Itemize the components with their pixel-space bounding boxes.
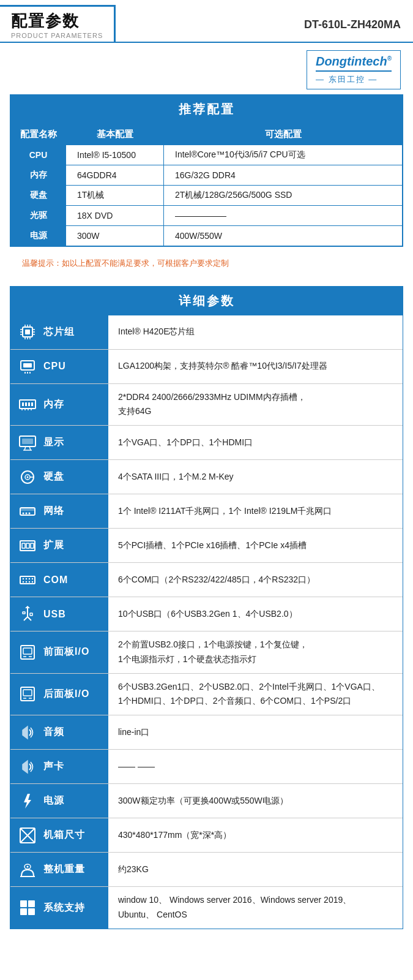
detail-row: 整机重量 约23KG [10, 853, 403, 887]
svg-point-74 [27, 865, 29, 867]
detail-label: COM [10, 563, 108, 597]
logo-name: Dongtintech® [316, 55, 392, 69]
svg-rect-21 [25, 402, 27, 406]
detail-icon-audio [17, 722, 39, 744]
rec-col-basic: 基本配置 [66, 124, 164, 145]
detail-content: 6个USB3.2Gen1口、2个USB2.0口、2个Intel千兆网口、1个VG… [108, 674, 403, 715]
detail-label: 电源 [10, 784, 108, 818]
detail-row: 显示 1个VGA口、1个DP口、1个HDMI口 [10, 426, 403, 460]
svg-rect-77 [20, 908, 27, 915]
detail-label-text: 硬盘 [43, 470, 64, 483]
detail-content: 1个VGA口、1个DP口、1个HDMI口 [108, 426, 403, 459]
detail-icon-power [17, 790, 39, 812]
rec-table-row: CPU Intel® I5-10500 Intel®Core™10代i3/i5/… [11, 145, 403, 165]
detail-icon-display [17, 432, 39, 454]
detail-label-text: 显示 [43, 436, 64, 449]
detail-content: 4个SATA III口，1个M.2 M-Key [108, 460, 403, 494]
rec-col-optional: 可选配置 [164, 124, 403, 145]
detail-row: 音频 line-in口 [10, 715, 403, 750]
rec-row-optional: —————— [164, 205, 403, 225]
header-title-zh: 配置参数 [11, 10, 103, 32]
detail-label: 网络 [10, 494, 108, 528]
rec-row-optional: 400W/550W [164, 225, 403, 246]
svg-rect-15 [23, 363, 32, 368]
svg-point-54 [32, 581, 33, 582]
detail-label: 后面板I/O [10, 674, 108, 715]
detail-label-text: CPU [43, 361, 66, 372]
svg-point-51 [23, 581, 24, 582]
detail-label: USB [10, 597, 108, 631]
rec-row-name: CPU [11, 145, 66, 165]
detail-icon-mem [17, 393, 39, 415]
detail-outer: 详细参数 芯片组 Intel® H420E芯片组 [10, 286, 403, 929]
rec-row-name: 光驱 [11, 205, 66, 225]
detail-label-text: 整机重量 [43, 863, 85, 876]
svg-rect-59 [23, 648, 32, 654]
logo-area: Dongtintech® — 东田工控 — [0, 43, 413, 94]
detail-content: 10个USB口（6个USB3.2Gen 1、4个USB2.0） [108, 597, 403, 631]
detail-row: 后面板I/O 6个USB3.2Gen1口、2个USB2.0口、2个Intel千兆… [10, 674, 403, 716]
svg-marker-67 [23, 761, 28, 773]
svg-rect-63 [23, 690, 32, 696]
detail-row: CPU LGA1200构架，支持英特尔® 酷睿™10代I3/I5/I7处理器 [10, 350, 403, 384]
detail-row: USB 10个USB口（6个USB3.2Gen 1、4个USB2.0） [10, 597, 403, 631]
svg-point-35 [27, 476, 29, 478]
rec-row-name: 硬盘 [11, 185, 66, 205]
rec-row-name: 电源 [11, 225, 66, 246]
rec-col-name: 配置名称 [11, 124, 66, 145]
svg-rect-75 [20, 900, 27, 907]
logo-box: Dongtintech® — 东田工控 — [307, 50, 401, 89]
svg-point-49 [29, 578, 30, 579]
detail-icon-size [17, 824, 39, 846]
detail-row: 系统支持 window 10、 Windows server 2016、Wind… [10, 887, 403, 929]
rec-row-optional: 2T机械/128G/256G/500G SSD [164, 185, 403, 205]
detail-icon-usb [17, 603, 39, 625]
detail-label-text: 芯片组 [43, 326, 75, 339]
rec-row-optional: 16G/32G DDR4 [164, 165, 403, 185]
rec-table-header-row: 配置名称 基本配置 可选配置 [11, 124, 403, 145]
svg-point-48 [26, 578, 27, 579]
detail-content: 300W额定功率（可更换400W或550W电源） [108, 784, 403, 818]
svg-rect-32 [22, 439, 33, 444]
detail-label-text: USB [43, 609, 66, 620]
svg-marker-68 [24, 794, 31, 809]
rec-note: 温馨提示：如以上配置不能满足要求，可根据客户要求定制 [10, 252, 403, 275]
svg-point-53 [29, 581, 30, 582]
svg-rect-56 [23, 612, 25, 614]
svg-rect-1 [25, 330, 30, 334]
svg-point-47 [23, 578, 24, 579]
rec-table-row: 内存 64GDDR4 16G/32G DDR4 [11, 165, 403, 185]
rec-row-basic: 18X DVD [66, 205, 164, 225]
detail-content: 1个 Intel® I211AT千兆网口，1个 Intel® I219LM千兆网… [108, 494, 403, 528]
detail-label: 硬盘 [10, 460, 108, 494]
detail-label: 整机重量 [10, 853, 108, 886]
detail-content: 2*DDR4 2400/2666/2933MHz UDIMM内存插槽，支持64G [108, 384, 403, 426]
detail-content: LGA1200构架，支持英特尔® 酷睿™10代I3/I5/I7处理器 [108, 350, 403, 383]
detail-icon-hdd [17, 466, 39, 488]
page-header: 配置参数 PRODUCT PARAMETERS DT-610L-ZH420MA [0, 0, 413, 43]
detail-content: 约23KG [108, 853, 403, 886]
detail-icon-os [17, 897, 39, 919]
detail-row: 网络 1个 Intel® I211AT千兆网口，1个 Intel® I219LM… [10, 494, 403, 529]
rec-row-optional: Intel®Core™10代i3/i5/i7 CPU可选 [164, 145, 403, 165]
rec-row-basic: Intel® I5-10500 [66, 145, 164, 165]
detail-row: 前面板I/O 2个前置USB2.0接口，1个电源按键，1个复位键，1个电源指示灯… [10, 631, 403, 674]
detail-row: 声卡 —— —— [10, 750, 403, 784]
svg-point-39 [23, 512, 24, 514]
rec-config-section: 推荐配置 配置名称 基本配置 可选配置 CPU Intel® I5-10500 … [10, 94, 403, 247]
detail-content: 5个PCI插槽、1个PCIe x16插槽、1个PCIe x4插槽 [108, 529, 403, 562]
detail-content: window 10、 Windows server 2016、Windows s… [108, 887, 403, 929]
svg-marker-55 [25, 606, 30, 608]
svg-point-40 [26, 512, 28, 514]
logo-subtitle: — 东田工控 — [316, 74, 378, 85]
detail-icon-weight [17, 859, 39, 881]
detail-content: Intel® H420E芯片组 [108, 315, 403, 349]
svg-rect-22 [28, 402, 30, 406]
rec-table-row: 电源 300W 400W/550W [11, 225, 403, 246]
svg-point-50 [32, 578, 33, 579]
detail-icon-sound [17, 756, 39, 778]
rec-row-name: 内存 [11, 165, 66, 185]
detail-label: 前面板I/O [10, 631, 108, 673]
rec-section-title: 推荐配置 [10, 95, 403, 124]
detail-row: 内存 2*DDR4 2400/2666/2933MHz UDIMM内存插槽，支持… [10, 384, 403, 426]
